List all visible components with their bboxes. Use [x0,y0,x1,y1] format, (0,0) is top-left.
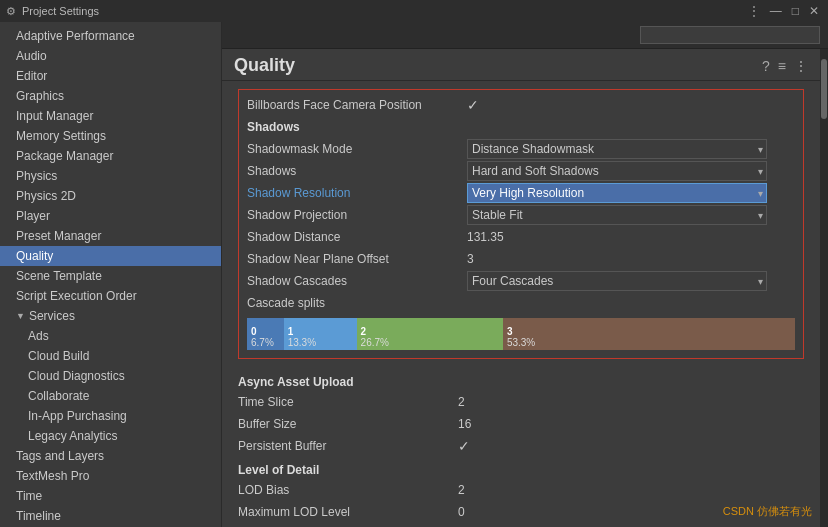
watermark: CSDN 仿佛若有光 [723,504,812,519]
shadowmask-dropdown[interactable]: Distance Shadowmask [467,139,767,159]
sidebar-item-cloud-build[interactable]: Cloud Build [0,346,221,366]
cascade-seg-3: 3 53.3% [503,318,795,350]
sidebar-item-adaptive-performance[interactable]: Adaptive Performance [0,26,221,46]
max-lod-row: Maximum LOD Level 0 [238,501,804,523]
sidebar-item-label: Editor [16,69,47,83]
sidebar-item-collaborate[interactable]: Collaborate [0,386,221,406]
scrollbar[interactable] [820,49,828,527]
sidebar-item-physics-2d[interactable]: Physics 2D [0,186,221,206]
red-section: Billboards Face Camera Position ✓ Shadow… [238,89,804,359]
title-bar-close[interactable]: ✕ [806,4,822,18]
sidebar-item-time[interactable]: Time [0,486,221,506]
meshes-section: Meshes Skin Weights 4 Bones [238,523,804,527]
content-area: Quality ? ≡ ⋮ Billboards Face Camera Pos… [222,49,820,527]
sidebar: Adaptive PerformanceAudioEditorGraphicsI… [0,22,222,527]
sidebar-item-label: Memory Settings [16,129,106,143]
sidebar-item-ads[interactable]: Ads [0,326,221,346]
sidebar-item-label: Adaptive Performance [16,29,135,43]
sidebar-item-label: Package Manager [16,149,113,163]
shadowmask-row: Shadowmask Mode Distance Shadowmask [247,138,795,160]
search-bar [222,22,828,49]
sidebar-item-label: Services [29,309,75,323]
lod-section: Level of Detail LOD Bias 2 Maximum LOD L… [238,457,804,523]
sidebar-item-textmesh-pro[interactable]: TextMesh Pro [0,466,221,486]
title-bar-text: Project Settings [22,5,739,17]
sidebar-item-audio[interactable]: Audio [0,46,221,66]
async-section: Async Asset Upload Time Slice 2 Buffer S… [238,369,804,457]
sidebar-item-label: Graphics [16,89,64,103]
sidebar-item-label: Physics 2D [16,189,76,203]
sidebar-item-cloud-diagnostics[interactable]: Cloud Diagnostics [0,366,221,386]
sidebar-item-script-execution-order[interactable]: Script Execution Order [0,286,221,306]
shadow-distance-row: Shadow Distance 131.35 [247,226,795,248]
sidebar-item-in-app-purchasing[interactable]: In-App Purchasing [0,406,221,426]
lod-header: Level of Detail [238,457,804,479]
title-bar-maximize[interactable]: □ [789,4,802,18]
sidebar-item-memory-settings[interactable]: Memory Settings [0,126,221,146]
title-bar: ⚙ Project Settings ⋮ — □ ✕ [0,0,828,22]
settings-icon[interactable]: ≡ [778,58,786,74]
billboards-label: Billboards Face Camera Position [247,98,467,112]
sidebar-item-label: Input Manager [16,109,93,123]
persistent-buffer-row: Persistent Buffer ✓ [238,435,804,457]
shadow-projection-dropdown[interactable]: Stable Fit [467,205,767,225]
shadow-resolution-dropdown[interactable]: Very High Resolution [467,183,767,203]
cascade-seg-2: 2 26.7% [357,318,503,350]
lod-bias-row: LOD Bias 2 [238,479,804,501]
shadow-projection-row: Shadow Projection Stable Fit [247,204,795,226]
sidebar-item-physics[interactable]: Physics [0,166,221,186]
sidebar-item-label: Time [16,489,42,503]
sidebar-item-timeline[interactable]: Timeline [0,506,221,526]
sidebar-item-label: Cloud Build [28,349,89,363]
shadow-cascades-dropdown[interactable]: Four Cascades [467,271,767,291]
cascade-seg-0: 0 6.7% [247,318,284,350]
sidebar-item-label: Preset Manager [16,229,101,243]
sidebar-item-scene-template[interactable]: Scene Template [0,266,221,286]
sidebar-item-legacy-analytics[interactable]: Legacy Analytics [0,426,221,446]
sidebar-item-tags-and-layers[interactable]: Tags and Layers [0,446,221,466]
cascade-bar: 0 6.7% 1 13.3% 2 26.7% [247,318,795,350]
sidebar-item-package-manager[interactable]: Package Manager [0,146,221,166]
sidebar-item-label: Ads [28,329,49,343]
sidebar-item-label: Script Execution Order [16,289,137,303]
sidebar-item-label: Legacy Analytics [28,429,117,443]
page-title: Quality [234,55,295,76]
sidebar-item-label: TextMesh Pro [16,469,89,483]
scrollbar-thumb[interactable] [821,59,827,119]
sidebar-item-label: Collaborate [28,389,89,403]
sidebar-item-input-manager[interactable]: Input Manager [0,106,221,126]
title-bar-minimize[interactable]: — [767,4,785,18]
content-header: Quality ? ≡ ⋮ [222,49,820,81]
sidebar-item-quality[interactable]: Quality [0,246,221,266]
sidebar-item-label: Audio [16,49,47,63]
sidebar-item-editor[interactable]: Editor [0,66,221,86]
sidebar-item-player[interactable]: Player [0,206,221,226]
sidebar-item-preset-manager[interactable]: Preset Manager [0,226,221,246]
sidebar-item-label: Physics [16,169,57,183]
buffer-size-row: Buffer Size 16 [238,413,804,435]
search-input[interactable] [640,26,820,44]
cascade-seg-1: 1 13.3% [284,318,357,350]
billboards-value: ✓ [467,97,795,113]
sidebar-item-label: Player [16,209,50,223]
async-header: Async Asset Upload [238,369,804,391]
cascade-splits-row: Cascade splits [247,292,795,314]
sidebar-item-services[interactable]: ▼Services [0,306,221,326]
shadow-near-row: Shadow Near Plane Offset 3 [247,248,795,270]
shadow-resolution-row: Shadow Resolution Very High Resolution [247,182,795,204]
more-icon[interactable]: ⋮ [794,58,808,74]
billboards-row: Billboards Face Camera Position ✓ [247,94,795,116]
sidebar-item-label: Timeline [16,509,61,523]
shadows-dropdown[interactable]: Hard and Soft Shadows [467,161,767,181]
sidebar-item-label: In-App Purchasing [28,409,127,423]
title-bar-icon: ⚙ [6,5,16,18]
sidebar-item-label: Tags and Layers [16,449,104,463]
shadow-cascades-row: Shadow Cascades Four Cascades [247,270,795,292]
expand-arrow: ▼ [16,311,25,321]
shadows-header: Shadows [247,116,795,138]
help-icon[interactable]: ? [762,58,770,74]
sidebar-item-graphics[interactable]: Graphics [0,86,221,106]
title-bar-menu[interactable]: ⋮ [745,4,763,18]
shadows-row: Shadows Hard and Soft Shadows [247,160,795,182]
time-slice-row: Time Slice 2 [238,391,804,413]
